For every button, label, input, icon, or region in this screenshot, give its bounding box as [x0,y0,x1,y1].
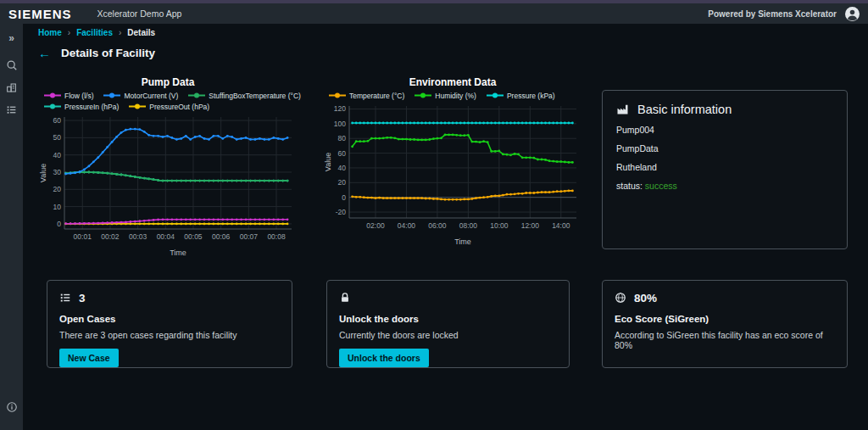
page-title: Details of Facility [61,47,155,59]
eco-score-description: According to SiGreen this facility has a… [615,330,835,350]
info-icon[interactable] [0,396,23,418]
svg-text:60: 60 [53,116,62,125]
legend-label: Temperature (°C) [349,92,404,100]
legend-label: Flow (l/s) [64,92,93,100]
svg-text:00:06: 00:06 [212,232,231,241]
svg-text:00:05: 00:05 [184,232,203,241]
list-icon[interactable] [0,98,23,120]
svg-text:50: 50 [53,133,62,142]
breadcrumb: Home › Facilities › Details [38,28,155,37]
legend-item[interactable]: StuffingBoxTemperature (°C) [188,92,301,100]
svg-text:10:00: 10:00 [490,221,509,230]
svg-text:120: 120 [334,104,346,113]
sidebar-expand-icon[interactable]: » [0,27,23,49]
unlock-doors-description: Currently the doors are locked [339,330,557,340]
svg-text:20: 20 [338,178,347,187]
svg-text:0: 0 [57,220,61,228]
svg-text:30: 30 [53,168,62,176]
facility-name: Pump004 [616,125,833,135]
svg-text:10: 10 [53,203,62,211]
factory-icon [616,103,630,116]
legend-label: PressureIn (hPa) [64,103,119,111]
chart-title: Pump Data [39,76,297,89]
facility-location: Rutheland [616,162,833,172]
svg-text:Time: Time [454,237,471,246]
legend-item[interactable]: Humidity (%) [415,92,476,100]
svg-text:06:00: 06:00 [428,221,447,230]
svg-text:20: 20 [53,185,62,193]
lock-icon [339,292,351,304]
svg-text:60: 60 [338,149,347,158]
left-sidebar: » [0,24,23,430]
unlock-doors-button[interactable]: Unlock the doors [339,349,429,367]
chart-title: Environment Data [324,76,581,89]
environment-data-chart: Environment Data Temperature (°C)Humidit… [324,76,581,250]
open-cases-title: Open Cases [59,314,280,324]
svg-text:14:00: 14:00 [552,221,570,230]
chart-plot: 00:0100:0200:0300:0400:0500:0600:0700:08… [39,112,297,261]
basic-info-title: Basic information [637,103,732,116]
legend-item[interactable]: PressureIn (hPa) [44,103,119,111]
eco-score-value: 80% [634,292,657,304]
eco-score-title: Eco Score (SiGreen) [615,314,835,324]
legend-label: StuffingBoxTemperature (°C) [209,92,301,100]
main-content: Home › Facilities › Details ← Details of… [23,24,868,430]
open-cases-card: 3 Open Cases There are 3 open cases rega… [47,280,292,368]
legend-label: Humidity (%) [435,92,476,100]
svg-text:Value: Value [39,164,47,182]
legend-item[interactable]: Flow (l/s) [44,92,93,100]
open-cases-description: There are 3 open cases regarding this fa… [59,330,280,340]
search-icon[interactable] [0,54,23,76]
legend-item[interactable]: Pressure (kPa) [487,92,555,100]
unlock-doors-title: Unlock the doors [339,314,557,324]
breadcrumb-details: Details [127,28,155,37]
svg-text:12:00: 12:00 [521,221,540,230]
svg-text:Time: Time [170,249,186,257]
legend-item[interactable]: Temperature (°C) [329,92,404,100]
svg-text:00:01: 00:01 [74,232,92,241]
svg-text:02:00: 02:00 [366,221,385,230]
legend-label: Pressure (kPa) [507,92,555,100]
pump-data-chart: Pump Data Flow (l/s)MotorCurrent (V)Stuf… [39,76,297,261]
svg-text:00:04: 00:04 [157,232,175,241]
new-case-button[interactable]: New Case [59,349,119,367]
facility-status: status: success [616,181,833,191]
eco-score-card: 80% Eco Score (SiGreen) According to SiG… [602,280,848,368]
cases-list-icon [59,292,71,304]
avatar[interactable] [845,7,860,21]
unlock-doors-card: Unlock the doors Currently the doors are… [326,280,570,368]
svg-text:00:07: 00:07 [240,232,259,241]
chart-plot: 02:0004:0006:0008:0010:0012:0014:00-2002… [324,101,581,250]
back-arrow-icon[interactable]: ← [38,47,51,59]
powered-by-label: Powered by Siemens Xcelerator [708,9,837,19]
app-title: Xcelerator Demo App [97,8,182,19]
breadcrumb-facilities[interactable]: Facilities [76,28,113,37]
svg-text:Value: Value [324,153,332,171]
svg-text:-20: -20 [336,208,347,216]
legend-label: PressureOut (hPa) [149,103,209,111]
svg-text:00:08: 00:08 [267,232,286,241]
facility-building-icon[interactable] [0,76,23,98]
breadcrumb-separator: › [68,28,70,37]
globe-icon [615,292,626,304]
svg-text:40: 40 [53,151,62,159]
legend-item[interactable]: MotorCurrent (V) [103,92,178,100]
svg-text:00:02: 00:02 [101,232,120,241]
chart-legend: Flow (l/s)MotorCurrent (V)StuffingBoxTem… [39,90,297,112]
legend-item[interactable]: PressureOut (hPa) [129,103,209,111]
svg-text:40: 40 [338,164,347,172]
status-badge: success [645,181,677,191]
svg-text:04:00: 04:00 [398,221,416,230]
siemens-logo: SIEMENS [8,7,72,21]
svg-text:80: 80 [338,134,347,142]
svg-text:00:03: 00:03 [129,232,147,241]
legend-label: MotorCurrent (V) [124,92,178,100]
facility-type: PumpData [616,143,833,154]
open-cases-count: 3 [79,292,86,304]
breadcrumb-home[interactable]: Home [38,28,62,37]
breadcrumb-separator: › [119,28,121,37]
svg-text:08:00: 08:00 [459,221,478,230]
svg-text:100: 100 [334,120,346,128]
app-header: SIEMENS Xcelerator Demo App Powered by S… [0,3,868,24]
basic-information-card: Basic information Pump004 PumpData Ruthe… [602,90,848,249]
